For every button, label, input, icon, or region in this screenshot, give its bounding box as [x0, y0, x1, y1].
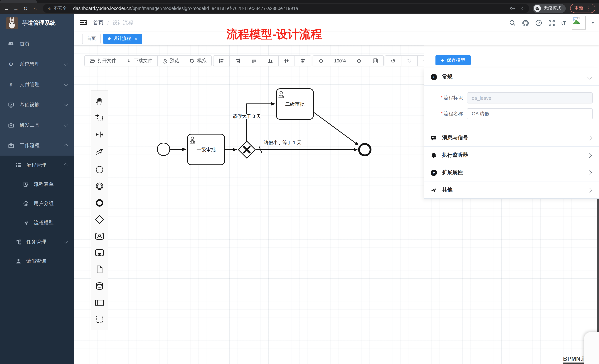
url-bar[interactable]: ⚠ 不安全 dashboard.yudao.iocoder.cn/bpm/man… [43, 4, 529, 13]
create-subprocess[interactable] [91, 244, 108, 261]
zoom-level[interactable]: 100% [329, 55, 351, 66]
browser-tab[interactable] [0, 0, 37, 3]
sidebar-item-process-model[interactable]: 流程模型 [0, 213, 74, 232]
redo-button[interactable]: ↻ [401, 55, 418, 66]
align-top-button[interactable] [246, 55, 262, 66]
sidebar-item-devtools[interactable]: 研发工具 [0, 115, 74, 135]
incognito-icon [534, 5, 541, 12]
sidebar-menu: 首页 ⚙ 系统管理 ¥ 支付管理 基础设施 [0, 32, 74, 156]
reload-icon[interactable]: ↻ [21, 6, 30, 11]
chevron-right-icon [587, 135, 592, 140]
security-chip[interactable]: ⚠ 不安全 [47, 5, 67, 11]
preview-button[interactable]: ◎ 预览 [157, 55, 184, 66]
app-logo[interactable]: 芋道管理系统 [0, 14, 74, 32]
caret-down-icon[interactable]: ▾ [592, 21, 594, 25]
sidebar-item-infra[interactable]: 基础设施 [0, 95, 74, 115]
hand-tool[interactable] [91, 93, 108, 109]
open-file-button[interactable]: 打开文件 [84, 55, 121, 66]
create-data-store[interactable] [91, 278, 108, 294]
section-other[interactable]: 其他 [424, 181, 599, 198]
task-label: 二级审批 [285, 101, 305, 107]
sidebar-item-payment[interactable]: ¥ 支付管理 [0, 74, 74, 95]
lasso-tool[interactable] [91, 109, 108, 126]
flow-label-le1[interactable]: 请假小于等于 1 天 [264, 140, 301, 145]
create-end-event[interactable] [91, 194, 108, 211]
global-connect-tool[interactable] [91, 143, 108, 159]
flow-gateway-to-task2[interactable] [247, 104, 275, 141]
sidebar-item-user-group[interactable]: 用户分组 [0, 194, 74, 213]
sidebar-item-system[interactable]: ⚙ 系统管理 [0, 54, 74, 74]
create-user-task[interactable] [91, 228, 108, 244]
sidebar-collapse-icon[interactable] [80, 20, 87, 25]
briefcase-icon [8, 143, 14, 148]
font-size-icon[interactable]: tT [561, 20, 566, 26]
fit-viewport-button[interactable] [367, 55, 384, 66]
save-model-button[interactable]: + 保存模型 [435, 55, 471, 65]
create-intermediate-event[interactable] [91, 178, 108, 194]
sidebar-item-task-mgmt[interactable]: 任务管理 [0, 232, 74, 252]
browser-menu-dots-icon[interactable]: ⋮ [586, 6, 591, 11]
fullscreen-icon[interactable] [548, 19, 555, 26]
process-key-input[interactable] [467, 92, 593, 103]
zoom-out-button[interactable]: ⊖ [313, 55, 329, 66]
space-tool[interactable] [91, 126, 108, 143]
download-file-button[interactable]: 下载文件 [121, 55, 158, 66]
user-task-level2[interactable]: 二级审批 [276, 89, 313, 119]
fit-viewport-icon [373, 58, 378, 64]
exclusive-gateway[interactable] [238, 141, 255, 158]
file-toolbar: 打开文件 下载文件 ◎ 预览 模拟 [84, 55, 212, 66]
process-name-input[interactable] [467, 108, 593, 119]
browser-tab-strip [0, 0, 599, 3]
sidebar-item-workflow[interactable]: 工作流程 [0, 135, 74, 156]
url-text[interactable]: dashboard.yudao.iocoder.cn/bpm/manager/m… [73, 6, 505, 11]
bpmn-diagram: 一级审批 [74, 45, 422, 363]
section-extension-attributes[interactable]: + 扩展属性 [424, 164, 599, 181]
simulate-button[interactable]: 模拟 [184, 55, 212, 66]
align-horizontal-center-button[interactable] [294, 55, 311, 66]
align-left-button[interactable] [213, 55, 230, 66]
section-execution-listener[interactable]: 执行监听器 [424, 146, 599, 164]
key-icon[interactable] [510, 6, 515, 11]
github-icon[interactable] [522, 19, 529, 26]
help-icon[interactable]: ? [535, 19, 542, 26]
browser-update-button[interactable]: 更新 ⋮ [570, 4, 595, 13]
sidebar-item-home[interactable]: 首页 [0, 34, 74, 54]
search-icon[interactable] [509, 19, 516, 26]
app-title: 芋道管理系统 [22, 19, 55, 26]
person-icon [16, 258, 21, 264]
forward-icon[interactable]: → [12, 6, 20, 11]
close-icon[interactable]: × [135, 36, 137, 41]
align-vertical-center-button[interactable] [278, 55, 295, 66]
sidebar-item-process-mgmt[interactable]: 流程管理 [0, 156, 74, 175]
create-gateway[interactable] [91, 211, 108, 228]
start-event[interactable] [157, 143, 170, 156]
section-general[interactable]: i 常规 [424, 68, 599, 85]
bookmark-star-icon[interactable]: ☆ [520, 5, 525, 12]
align-right-button[interactable] [229, 55, 246, 66]
properties-panel: i 常规 *流程标识 *流程名称 [424, 68, 599, 199]
undo-button[interactable]: ↺ [385, 55, 401, 66]
align-bottom-button[interactable] [262, 55, 279, 66]
create-start-event[interactable] [91, 161, 108, 178]
create-participant[interactable] [91, 294, 108, 311]
breadcrumb-current: 设计流程 [113, 19, 133, 26]
sidebar-item-process-form[interactable]: 流程表单 [0, 175, 74, 194]
back-icon[interactable]: ← [2, 6, 10, 11]
avatar[interactable] [572, 16, 586, 30]
bpmn-canvas[interactable]: 打开文件 下载文件 ◎ 预览 模拟 [74, 45, 599, 364]
flow-label-gt3[interactable]: 请假大于 3 天 [233, 114, 261, 119]
create-group[interactable] [91, 311, 108, 327]
breadcrumb-home[interactable]: 首页 [93, 19, 104, 26]
tab-home[interactable]: 首页 [82, 34, 101, 44]
home-icon[interactable]: ⌂ [31, 6, 39, 11]
create-data-object[interactable] [91, 261, 108, 278]
zoom-in-button[interactable]: ⊕ [351, 55, 367, 66]
end-event[interactable] [359, 144, 370, 155]
user-task-level1[interactable]: 一级审批 [188, 134, 225, 165]
flow-task2-to-end[interactable] [314, 112, 359, 145]
sidebar-item-label: 用户分组 [34, 200, 54, 207]
section-title: 常规 [442, 74, 452, 80]
section-message-signal[interactable]: 消息与信号 [424, 129, 599, 146]
sidebar-item-leave-query[interactable]: 请假查询 [0, 252, 74, 271]
tab-design-process[interactable]: 设计流程 × [103, 34, 142, 44]
